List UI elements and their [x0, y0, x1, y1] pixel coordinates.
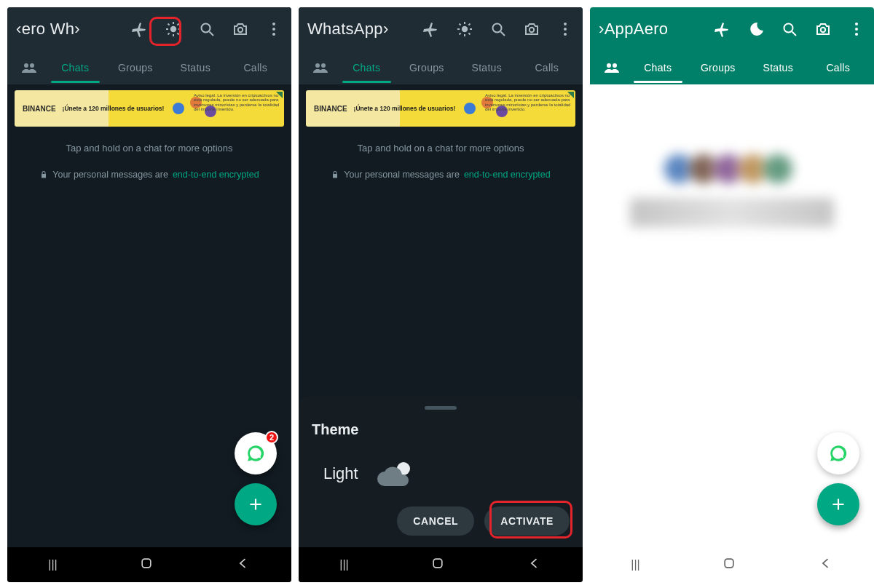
plane-icon[interactable]	[714, 20, 731, 38]
screen-2: WhatsApp› Chats Groups Status Calls BINA…	[299, 7, 583, 582]
highlight-sun	[149, 17, 181, 46]
android-navbar: |||	[7, 547, 291, 582]
whatsapp-fab[interactable]: 2	[235, 432, 277, 474]
svg-point-40	[855, 23, 858, 25]
plane-icon[interactable]	[422, 20, 440, 38]
nav-back[interactable]	[236, 556, 251, 573]
new-chat-fab[interactable]	[235, 483, 277, 525]
svg-point-29	[529, 28, 534, 32]
tab-chats[interactable]: Chats	[336, 52, 397, 83]
app-title: ›AppAero	[599, 20, 668, 39]
svg-rect-36	[433, 559, 442, 568]
svg-line-28	[501, 32, 505, 36]
tab-groups[interactable]: Groups	[688, 52, 749, 83]
camera-icon[interactable]	[232, 20, 249, 38]
svg-point-39	[821, 28, 825, 32]
adchoices-icon[interactable]	[276, 92, 283, 98]
tab-calls[interactable]: Calls	[517, 52, 578, 83]
svg-point-33	[315, 63, 320, 68]
svg-point-44	[613, 63, 617, 68]
app-title: ‹ero Wh›	[16, 20, 80, 39]
android-navbar: |||	[299, 547, 583, 582]
tab-groups[interactable]: Groups	[106, 52, 166, 83]
enc-prefix: Your personal messages are	[52, 170, 168, 180]
adchoices-icon[interactable]	[567, 92, 574, 98]
theme-option-light[interactable]: Light	[312, 453, 570, 506]
svg-rect-45	[725, 559, 733, 568]
tab-bar: Chats Groups Status Calls	[7, 51, 291, 84]
svg-point-18	[462, 26, 468, 32]
tab-community[interactable]	[596, 49, 628, 86]
tab-calls[interactable]: Calls	[226, 52, 286, 83]
svg-point-9	[202, 24, 210, 33]
tab-status[interactable]: Status	[165, 52, 226, 83]
search-icon[interactable]	[198, 20, 216, 38]
tab-chats[interactable]: Chats	[628, 52, 688, 83]
sheet-handle[interactable]	[425, 406, 457, 410]
svg-line-25	[460, 33, 461, 34]
svg-point-27	[493, 24, 502, 33]
nav-recents[interactable]: |||	[631, 558, 639, 571]
svg-point-13	[272, 28, 275, 31]
tab-community[interactable]	[13, 49, 45, 86]
tab-chats[interactable]: Chats	[45, 52, 106, 83]
svg-line-24	[468, 33, 470, 34]
svg-point-34	[321, 63, 326, 68]
search-icon[interactable]	[781, 20, 798, 38]
enc-link[interactable]: end-to-end encrypted	[464, 170, 551, 180]
nav-home[interactable]	[722, 556, 736, 573]
nav-recents[interactable]: |||	[339, 558, 348, 571]
nav-home[interactable]	[430, 556, 445, 573]
more-icon[interactable]	[848, 20, 865, 38]
svg-point-43	[607, 63, 611, 68]
svg-point-14	[272, 33, 275, 36]
ad-disclaimer: Aviso legal. La inversión en criptoactiv…	[194, 93, 281, 124]
tab-status[interactable]: Status	[748, 52, 808, 83]
more-icon[interactable]	[556, 20, 574, 38]
sun-icon[interactable]	[456, 20, 473, 38]
lock-icon	[39, 170, 48, 179]
whatsapp-fab[interactable]	[817, 432, 859, 474]
ad-text: ¡Únete a 120 millones de usuarios!	[63, 106, 165, 112]
moon-icon[interactable]	[747, 20, 765, 38]
more-icon[interactable]	[265, 20, 283, 38]
svg-point-32	[564, 33, 567, 36]
tab-bar: Chats Groups Status Calls	[590, 51, 874, 84]
ad-disclaimer: Aviso legal. La inversión en criptoactiv…	[485, 93, 572, 124]
nav-back[interactable]	[819, 556, 833, 573]
svg-point-42	[855, 33, 858, 36]
ad-text: ¡Únete a 120 millones de usuarios!	[354, 106, 456, 112]
plane-icon[interactable]	[131, 20, 149, 38]
svg-point-31	[564, 28, 567, 31]
svg-line-23	[460, 24, 461, 25]
ad-banner[interactable]: BINANCE ¡Únete a 120 millones de usuario…	[15, 90, 284, 127]
camera-icon[interactable]	[523, 20, 540, 38]
screen-1: ‹ero Wh› Chats Groups Status Calls BINAN…	[7, 7, 291, 582]
sheet-title: Theme	[312, 421, 570, 438]
tab-groups[interactable]: Groups	[397, 52, 457, 83]
cloud-sun-icon	[374, 458, 415, 489]
nav-recents[interactable]: |||	[48, 558, 57, 571]
search-icon[interactable]	[489, 20, 507, 38]
tab-calls[interactable]: Calls	[808, 52, 869, 83]
new-chat-fab[interactable]	[817, 483, 859, 525]
svg-line-38	[792, 32, 797, 36]
cancel-button[interactable]: CANCEL	[397, 506, 474, 536]
svg-point-16	[30, 63, 34, 68]
tab-community[interactable]	[304, 49, 336, 86]
top-bar: WhatsApp›	[299, 7, 583, 51]
tab-bar: Chats Groups Status Calls	[299, 51, 583, 84]
tab-status[interactable]: Status	[457, 52, 517, 83]
blurred-content	[612, 153, 852, 284]
nav-back[interactable]	[527, 556, 542, 573]
enc-link[interactable]: end-to-end encrypted	[173, 170, 259, 180]
enc-prefix: Your personal messages are	[344, 170, 460, 180]
screen-3: ›AppAero Chats Groups Status Calls |||	[590, 7, 874, 582]
ad-banner[interactable]: BINANCE ¡Únete a 120 millones de usuario…	[306, 90, 575, 127]
svg-line-26	[468, 24, 470, 25]
app-title: WhatsApp›	[307, 20, 389, 39]
encryption-notice: Your personal messages are end-to-end en…	[299, 167, 583, 183]
nav-home[interactable]	[139, 556, 154, 573]
camera-icon[interactable]	[814, 20, 832, 38]
svg-point-41	[855, 28, 858, 31]
